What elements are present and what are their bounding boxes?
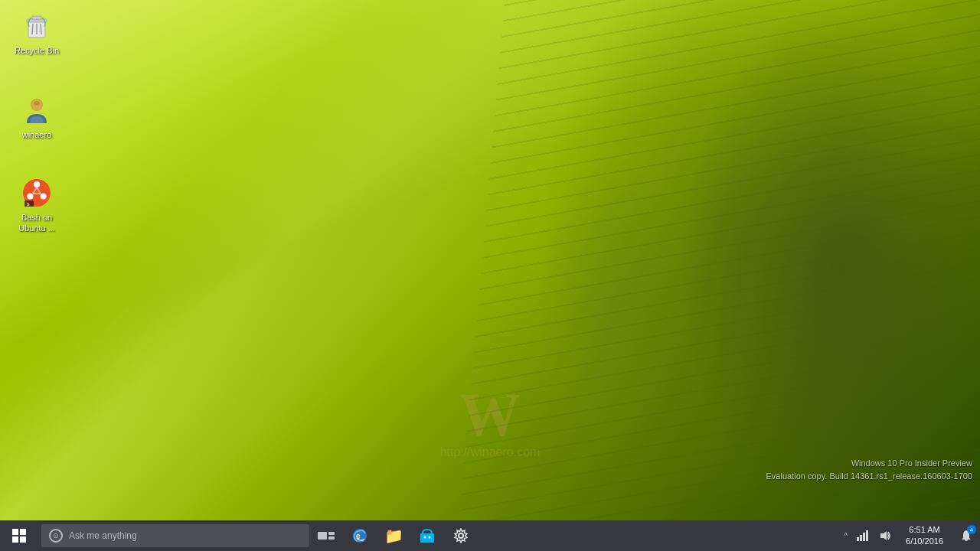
cortana-search-bar[interactable]: ⊙ Ask me anything [41,524,309,547]
svg-point-11 [41,194,47,200]
taskbar-app-settings[interactable] [444,520,478,551]
cortana-icon: ⊙ [49,529,63,543]
svg-rect-25 [863,533,865,541]
clock[interactable]: 6:51 AM 6/10/2016 [897,520,952,551]
svg-marker-27 [880,531,887,540]
windows-logo-icon [12,529,26,543]
eval-line1: Windows 10 Pro Insider Preview [766,457,973,470]
tray-network-icon[interactable] [851,520,874,551]
svg-point-8 [34,101,40,106]
notification-count: 4 [967,525,976,534]
svg-point-12 [27,194,33,200]
svg-rect-2 [32,16,41,19]
recycle-bin-icon [21,11,52,41]
clock-date: 6/10/2016 [906,536,943,547]
taskbar: ⊙ Ask me anything e 📁 [0,520,980,551]
notifications-button[interactable]: 4 [952,520,980,551]
desktop-icon-recycle-bin[interactable]: Recycle Bin [8,8,66,60]
settings-icon [453,528,469,543]
watermark-letter: W [440,384,541,445]
bash-ubuntu-icon: $_ [21,178,52,208]
task-view-button[interactable] [309,520,343,551]
eval-line2: Evaluation copy. Build 14361.rs1_release… [766,470,973,483]
eval-watermark: Windows 10 Pro Insider Preview Evaluatio… [766,457,973,482]
watermark: W http://winaero.com [440,384,541,459]
svg-point-21 [429,536,431,539]
watermark-url: http://winaero.com [440,445,541,459]
bash-ubuntu-label: Bash on Ubuntu ... [11,211,63,235]
svg-line-3 [32,24,33,34]
search-placeholder: Ask me anything [69,530,137,541]
taskbar-app-explorer[interactable]: 📁 [377,520,410,551]
explorer-icon: 📁 [384,527,403,545]
svg-rect-23 [857,537,859,541]
taskbar-app-store[interactable] [410,520,444,551]
task-view-icon [318,532,335,540]
desktop: Recycle Bin winaero [0,0,980,520]
svg-point-22 [459,533,463,538]
winaero-icon [21,95,52,126]
svg-rect-24 [860,535,862,541]
svg-point-10 [34,181,40,187]
winaero-label: winaero [20,129,54,141]
tray-volume-icon[interactable] [874,520,897,551]
system-tray: ^ 6:51 AM 6/10/2016 [841,520,980,551]
svg-rect-19 [420,533,434,543]
svg-rect-26 [866,530,868,541]
clock-time: 6:51 AM [909,524,939,536]
tray-overflow-button[interactable]: ^ [841,520,851,551]
svg-text:$_: $_ [27,201,33,207]
desktop-icon-winaero[interactable]: winaero [8,92,66,144]
svg-text:e: e [356,532,361,540]
store-icon [419,527,436,544]
taskbar-app-edge[interactable]: e [343,520,377,551]
svg-point-20 [424,536,426,539]
start-button[interactable] [0,520,38,551]
desktop-icon-bash-ubuntu[interactable]: $_ Bash on Ubuntu ... [8,174,66,238]
svg-line-5 [41,24,41,34]
edge-icon: e [351,527,368,544]
recycle-bin-label: Recycle Bin [12,44,61,57]
